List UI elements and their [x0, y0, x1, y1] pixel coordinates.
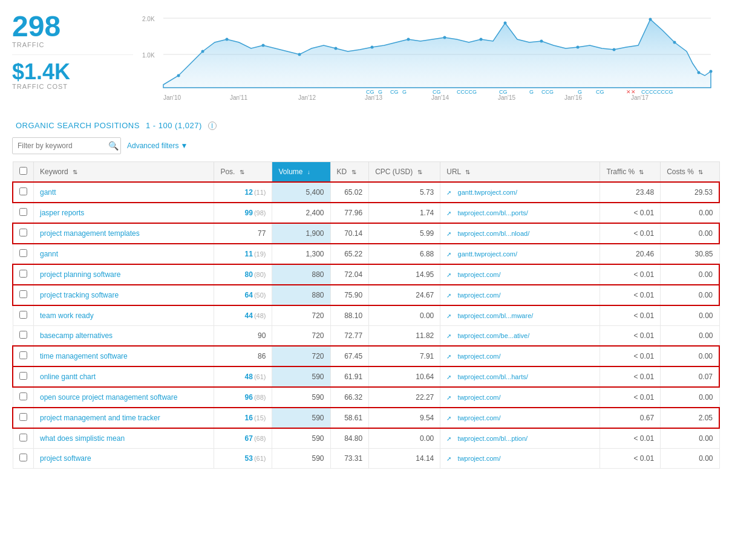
traffic-cost-value: $1.4K: [12, 61, 133, 83]
pos-cell: 80(80): [214, 264, 272, 285]
header-traffic[interactable]: Traffic % ⇅: [600, 162, 661, 183]
url-link[interactable]: twproject.com/: [458, 394, 501, 401]
pos-value: 99: [245, 209, 253, 217]
keyword-link[interactable]: project tracking software: [40, 291, 119, 299]
volume-cell: 880: [272, 285, 330, 305]
row-checkbox[interactable]: [19, 331, 27, 339]
table-row: project software 53(61) 590 73.31 14.14 …: [13, 449, 719, 469]
cpc-cell: 0.00: [369, 305, 440, 326]
header-keyword[interactable]: Keyword ⇅: [34, 162, 214, 183]
kd-cell: 84.80: [330, 428, 369, 449]
row-checkbox[interactable]: [19, 434, 27, 441]
row-checkbox[interactable]: [19, 229, 27, 236]
g-marker-7: CG: [499, 89, 508, 95]
url-link[interactable]: gantt.twproject.com/: [458, 189, 517, 196]
kd-cell: 67.45: [330, 346, 369, 366]
keyword-cell: online gantt chart: [34, 366, 214, 387]
svg-point-10: [407, 38, 410, 41]
header-url[interactable]: URL ⇅: [440, 162, 600, 183]
keyword-link[interactable]: time management software: [40, 352, 128, 360]
row-checkbox[interactable]: [19, 290, 27, 298]
row-checkbox[interactable]: [19, 187, 27, 195]
keyword-cell: project tracking software: [34, 285, 214, 305]
select-all-checkbox[interactable]: [19, 167, 27, 175]
keyword-link[interactable]: basecamp alternatives: [40, 331, 113, 340]
header-checkbox[interactable]: [13, 162, 34, 183]
keyword-link[interactable]: team work ready: [40, 311, 94, 320]
url-link[interactable]: twproject.com/bl...nload/: [458, 230, 530, 237]
row-checkbox-cell: [13, 264, 34, 285]
external-link-icon: ➚: [446, 292, 454, 299]
keyword-link[interactable]: what does simplistic mean: [40, 434, 125, 443]
external-link-icon: ➚: [446, 374, 454, 381]
keyword-link[interactable]: project planning software: [40, 270, 120, 279]
url-link[interactable]: twproject.com/be...ative/: [458, 332, 530, 339]
header-costs[interactable]: Costs % ⇅: [661, 162, 719, 183]
kd-cell: 77.96: [330, 203, 369, 223]
row-checkbox[interactable]: [19, 454, 27, 461]
url-link[interactable]: twproject.com/: [458, 353, 501, 360]
keyword-link[interactable]: gannt: [40, 250, 58, 258]
row-checkbox[interactable]: [19, 351, 27, 359]
keyword-link[interactable]: gantt: [40, 188, 56, 197]
info-icon[interactable]: i: [208, 122, 217, 130]
keyword-link[interactable]: open source project management software: [40, 393, 177, 402]
header-pos[interactable]: Pos. ⇅: [214, 162, 272, 183]
row-checkbox[interactable]: [19, 392, 27, 400]
kd-cell: 72.04: [330, 264, 369, 285]
costs-cell: 0.07: [661, 366, 719, 387]
table-row: gannt 11(19) 1,300 65.22 6.88 ➚ gantt.tw…: [13, 244, 719, 264]
keyword-link[interactable]: project software: [40, 454, 91, 463]
url-cell: ➚ twproject.com/be...ative/: [440, 326, 600, 347]
url-link[interactable]: twproject.com/: [458, 455, 501, 462]
url-link[interactable]: gantt.twproject.com/: [458, 250, 517, 258]
keyword-link[interactable]: online gantt chart: [40, 373, 96, 381]
keyword-cell: basecamp alternatives: [34, 326, 214, 347]
header-cpc[interactable]: CPC (USD) ⇅: [369, 162, 440, 183]
volume-cell: 590: [272, 366, 330, 387]
keyword-cell: what does simplistic mean: [34, 428, 214, 449]
url-link[interactable]: twproject.com/: [458, 271, 501, 278]
x-label-jan14: Jan'14: [431, 94, 449, 101]
volume-cell: 720: [272, 346, 330, 366]
pos-cell: 11(19): [214, 244, 272, 264]
url-cell: ➚ twproject.com/bl...harts/: [440, 366, 600, 387]
keyword-link[interactable]: jasper reports: [40, 209, 84, 217]
row-checkbox-cell: [13, 387, 34, 408]
costs-cell: 0.00: [661, 203, 719, 223]
pos-value: 96: [245, 393, 253, 402]
keyword-cell: project planning software: [34, 264, 214, 285]
search-input[interactable]: [12, 137, 121, 154]
keyword-link[interactable]: project management and time tracker: [40, 414, 160, 422]
url-link[interactable]: twproject.com/bl...ption/: [458, 435, 528, 442]
row-checkbox-cell: [13, 326, 34, 347]
row-checkbox[interactable]: [19, 270, 27, 278]
pos-value: 48: [245, 373, 253, 381]
search-button[interactable]: 🔍: [108, 141, 119, 151]
row-checkbox[interactable]: [19, 372, 27, 380]
table-header-row: Keyword ⇅ Pos. ⇅ Volume ↓ KD ⇅ CPC (USD)…: [13, 162, 719, 183]
g-marker-12: CCCCCCCG: [641, 89, 673, 95]
advanced-filters-button[interactable]: Advanced filters ▼: [127, 142, 188, 150]
row-checkbox[interactable]: [19, 413, 27, 421]
header-volume[interactable]: Volume ↓: [272, 162, 330, 183]
row-checkbox[interactable]: [19, 249, 27, 257]
cpc-cell: 10.64: [369, 366, 440, 387]
url-link[interactable]: twproject.com/bl...harts/: [458, 373, 528, 380]
url-link[interactable]: twproject.com/bl...mware/: [458, 312, 534, 319]
x-label-jan15: Jan'15: [498, 94, 516, 101]
url-link[interactable]: twproject.com/: [458, 291, 501, 299]
pos-sub: (61): [254, 373, 266, 380]
traffic-cell: < 0.01: [600, 366, 661, 387]
kd-cell: 88.10: [330, 305, 369, 326]
table-row: gantt 12(11) 5,400 65.02 5.73 ➚ gantt.tw…: [13, 182, 719, 203]
url-link[interactable]: twproject.com/bl...ports/: [458, 209, 528, 217]
volume-cell: 590: [272, 428, 330, 449]
header-kd[interactable]: KD ⇅: [330, 162, 369, 183]
url-link[interactable]: twproject.com/: [458, 414, 501, 422]
table-row: basecamp alternatives 90 720 72.77 11.82…: [13, 326, 719, 347]
row-checkbox[interactable]: [19, 208, 27, 216]
pos-cell: 67(68): [214, 428, 272, 449]
row-checkbox[interactable]: [19, 311, 27, 319]
keyword-link[interactable]: project management templates: [40, 229, 140, 238]
